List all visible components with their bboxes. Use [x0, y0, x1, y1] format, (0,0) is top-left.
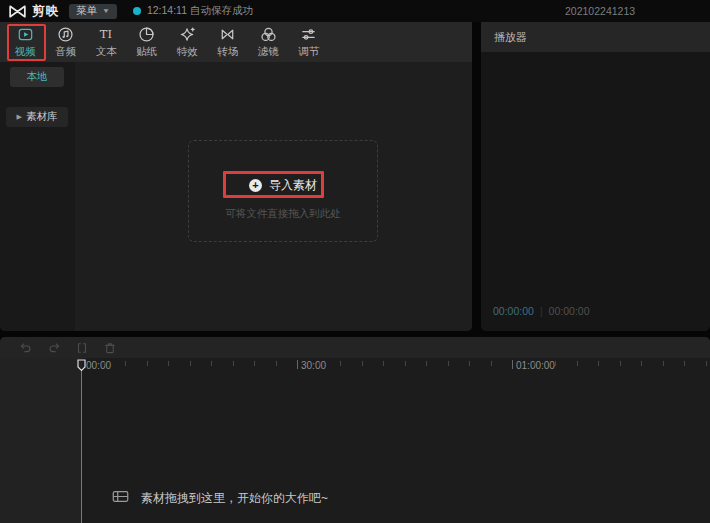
ruler-tick: [469, 361, 470, 366]
ruler-tick: [663, 361, 664, 366]
ruler-tick: [276, 361, 277, 366]
adjust-sliders-icon: [299, 25, 318, 44]
media-tabbar: 视频 音频 TI 文本: [0, 22, 472, 62]
media-panel: 视频 音频 TI 文本: [0, 22, 472, 331]
ruler-tick: [555, 361, 556, 366]
ruler-label: 00:00: [86, 360, 111, 371]
tab-label: 文本: [96, 45, 117, 59]
autosave-status: 12:14:11 自动保存成功: [133, 4, 253, 18]
sidebar-item-local[interactable]: 本地: [10, 67, 64, 87]
track-header-gutter: [0, 358, 82, 523]
ruler-tick: [491, 361, 492, 366]
ruler-tick: [104, 361, 105, 366]
ruler-tick: [319, 361, 320, 366]
ruler-tick: [598, 361, 599, 366]
undo-icon[interactable]: [18, 340, 34, 356]
player-panel: 播放器 00:00:00 | 00:00:00: [481, 22, 710, 331]
ruler-tick: [211, 361, 212, 366]
delete-icon[interactable]: [102, 340, 118, 356]
redo-icon[interactable]: [46, 340, 62, 356]
player-title: 播放器: [494, 30, 527, 45]
tab-label: 贴纸: [136, 45, 157, 59]
music-note-icon: [56, 25, 75, 44]
import-material-button[interactable]: + 导入素材: [189, 175, 377, 195]
capcut-logo-icon: [8, 4, 27, 19]
ruler-tick: [706, 361, 707, 366]
tab-filters[interactable]: 滤镜: [248, 22, 289, 62]
tab-video[interactable]: 视频: [5, 22, 46, 62]
ruler-tick: [512, 360, 513, 369]
tab-sticker[interactable]: 贴纸: [127, 22, 168, 62]
text-ti-icon: TI: [97, 25, 116, 44]
tab-transition[interactable]: 转场: [208, 22, 249, 62]
chevron-down-icon: ▼: [102, 7, 110, 14]
media-sidebar: 本地 ▶ 素材库: [0, 62, 75, 331]
triangle-right-icon: ▶: [17, 113, 22, 121]
tab-label: 特效: [177, 45, 198, 59]
ruler-tick: [448, 361, 449, 366]
timeline-panel: 00:00 30:00 01:00:00 素材拖拽到这里，开始你的大作吧~: [0, 337, 710, 523]
sparkle-icon: [178, 25, 197, 44]
ruler-tick: [297, 360, 298, 369]
ruler-tick: [254, 361, 255, 366]
media-content-area: + 导入素材 可将文件直接拖入到此处: [75, 62, 472, 331]
ruler-tick: [383, 361, 384, 366]
sticker-icon: [137, 25, 156, 44]
ruler-tick: [147, 361, 148, 366]
menu-label: 菜单: [76, 4, 97, 18]
video-play-icon: [16, 25, 35, 44]
import-button-label: 导入素材: [269, 177, 317, 194]
ruler-tick: [405, 361, 406, 366]
project-id: 202102241213: [565, 0, 635, 22]
ruler-tick: [620, 361, 621, 366]
timecode-separator: |: [540, 305, 543, 317]
player-controls: 00:00:00 | 00:00:00: [481, 301, 710, 321]
player-header: 播放器: [481, 22, 710, 52]
total-timecode: 00:00:00: [549, 305, 590, 317]
ruler-tick: [577, 361, 578, 366]
status-dot-icon: [133, 7, 141, 15]
tab-text[interactable]: TI 文本: [86, 22, 127, 62]
ruler-tick: [534, 361, 535, 366]
ruler-tick: [125, 361, 126, 366]
tab-label: 音频: [55, 45, 76, 59]
ruler-tick: [684, 361, 685, 366]
drag-drop-hint: 可将文件直接拖入到此处: [189, 207, 377, 221]
sidebar-item-material-library[interactable]: ▶ 素材库: [6, 107, 68, 127]
ruler-label: 01:00:00: [516, 360, 555, 371]
tab-label: 视频: [15, 45, 36, 59]
plus-icon: +: [249, 179, 262, 192]
tab-label: 转场: [217, 45, 238, 59]
menu-button[interactable]: 菜单 ▼: [69, 4, 117, 19]
ruler-tick: [340, 361, 341, 366]
timeline-empty-hint: 素材拖拽到这里，开始你的大作吧~: [112, 489, 328, 507]
ruler-tick: [641, 361, 642, 366]
tab-effects[interactable]: 特效: [167, 22, 208, 62]
ruler-tick: [233, 361, 234, 366]
playhead-line: [81, 370, 82, 523]
tab-label: 调节: [298, 45, 319, 59]
ruler-tick: [168, 361, 169, 366]
ruler-tick: [362, 361, 363, 366]
timeline-ruler[interactable]: 00:00 30:00 01:00:00: [0, 358, 710, 374]
media-clip-icon: [112, 489, 129, 507]
tab-adjust[interactable]: 调节: [289, 22, 330, 62]
ruler-label: 30:00: [301, 360, 326, 371]
tab-label: 滤镜: [258, 45, 279, 59]
tab-audio[interactable]: 音频: [46, 22, 87, 62]
ruler-tick: [190, 361, 191, 366]
import-dropzone[interactable]: + 导入素材 可将文件直接拖入到此处: [188, 140, 378, 242]
timeline-toolbar: [0, 337, 710, 358]
split-icon[interactable]: [74, 340, 90, 356]
ruler-tick: [426, 361, 427, 366]
library-label: 素材库: [26, 110, 58, 124]
empty-hint-text: 素材拖拽到这里，开始你的大作吧~: [141, 490, 328, 507]
filter-circles-icon: [259, 25, 278, 44]
app-name: 剪映: [32, 3, 59, 20]
player-preview[interactable]: [481, 52, 710, 302]
svg-text:TI: TI: [100, 27, 112, 41]
app-window: 剪映 菜单 ▼ 12:14:11 自动保存成功 202102241213 视频: [0, 0, 710, 523]
title-bar: 剪映 菜单 ▼ 12:14:11 自动保存成功 202102241213: [0, 0, 710, 22]
transition-bowtie-icon: [218, 25, 237, 44]
current-timecode: 00:00:00: [493, 305, 534, 317]
